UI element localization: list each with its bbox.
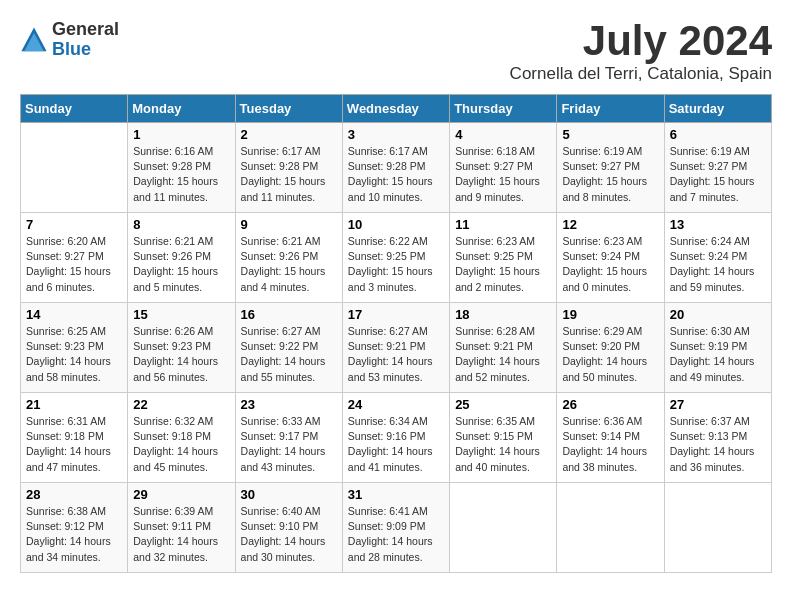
calendar-cell: [557, 483, 664, 573]
day-header-monday: Monday: [128, 95, 235, 123]
calendar-cell: 26Sunrise: 6:36 AM Sunset: 9:14 PM Dayli…: [557, 393, 664, 483]
day-number: 20: [670, 307, 766, 322]
day-number: 10: [348, 217, 444, 232]
days-header-row: SundayMondayTuesdayWednesdayThursdayFrid…: [21, 95, 772, 123]
day-number: 12: [562, 217, 658, 232]
day-number: 1: [133, 127, 229, 142]
month-title: July 2024: [510, 20, 772, 62]
day-header-wednesday: Wednesday: [342, 95, 449, 123]
day-info: Sunrise: 6:19 AM Sunset: 9:27 PM Dayligh…: [562, 144, 658, 205]
day-number: 30: [241, 487, 337, 502]
calendar-cell: 16Sunrise: 6:27 AM Sunset: 9:22 PM Dayli…: [235, 303, 342, 393]
title-area: July 2024 Cornella del Terri, Catalonia,…: [510, 20, 772, 84]
location-title: Cornella del Terri, Catalonia, Spain: [510, 64, 772, 84]
day-number: 28: [26, 487, 122, 502]
day-info: Sunrise: 6:22 AM Sunset: 9:25 PM Dayligh…: [348, 234, 444, 295]
calendar-cell: 13Sunrise: 6:24 AM Sunset: 9:24 PM Dayli…: [664, 213, 771, 303]
day-info: Sunrise: 6:31 AM Sunset: 9:18 PM Dayligh…: [26, 414, 122, 475]
day-info: Sunrise: 6:17 AM Sunset: 9:28 PM Dayligh…: [241, 144, 337, 205]
day-number: 4: [455, 127, 551, 142]
day-info: Sunrise: 6:41 AM Sunset: 9:09 PM Dayligh…: [348, 504, 444, 565]
day-header-tuesday: Tuesday: [235, 95, 342, 123]
calendar-cell: 31Sunrise: 6:41 AM Sunset: 9:09 PM Dayli…: [342, 483, 449, 573]
calendar-cell: 22Sunrise: 6:32 AM Sunset: 9:18 PM Dayli…: [128, 393, 235, 483]
day-number: 8: [133, 217, 229, 232]
day-number: 3: [348, 127, 444, 142]
calendar-cell: 7Sunrise: 6:20 AM Sunset: 9:27 PM Daylig…: [21, 213, 128, 303]
logo: General Blue: [20, 20, 119, 60]
calendar-cell: [664, 483, 771, 573]
calendar-cell: 23Sunrise: 6:33 AM Sunset: 9:17 PM Dayli…: [235, 393, 342, 483]
day-number: 26: [562, 397, 658, 412]
calendar-cell: 17Sunrise: 6:27 AM Sunset: 9:21 PM Dayli…: [342, 303, 449, 393]
calendar-cell: 11Sunrise: 6:23 AM Sunset: 9:25 PM Dayli…: [450, 213, 557, 303]
day-number: 15: [133, 307, 229, 322]
day-info: Sunrise: 6:34 AM Sunset: 9:16 PM Dayligh…: [348, 414, 444, 475]
day-info: Sunrise: 6:38 AM Sunset: 9:12 PM Dayligh…: [26, 504, 122, 565]
calendar-cell: 8Sunrise: 6:21 AM Sunset: 9:26 PM Daylig…: [128, 213, 235, 303]
day-info: Sunrise: 6:35 AM Sunset: 9:15 PM Dayligh…: [455, 414, 551, 475]
day-number: 21: [26, 397, 122, 412]
day-number: 25: [455, 397, 551, 412]
day-number: 14: [26, 307, 122, 322]
day-number: 9: [241, 217, 337, 232]
day-number: 5: [562, 127, 658, 142]
calendar-cell: 19Sunrise: 6:29 AM Sunset: 9:20 PM Dayli…: [557, 303, 664, 393]
day-number: 27: [670, 397, 766, 412]
logo-general-text: General: [52, 20, 119, 40]
day-number: 18: [455, 307, 551, 322]
calendar-cell: 1Sunrise: 6:16 AM Sunset: 9:28 PM Daylig…: [128, 123, 235, 213]
calendar-cell: 18Sunrise: 6:28 AM Sunset: 9:21 PM Dayli…: [450, 303, 557, 393]
day-number: 6: [670, 127, 766, 142]
calendar-cell: 30Sunrise: 6:40 AM Sunset: 9:10 PM Dayli…: [235, 483, 342, 573]
day-header-thursday: Thursday: [450, 95, 557, 123]
calendar-table: SundayMondayTuesdayWednesdayThursdayFrid…: [20, 94, 772, 573]
day-number: 31: [348, 487, 444, 502]
day-info: Sunrise: 6:20 AM Sunset: 9:27 PM Dayligh…: [26, 234, 122, 295]
day-number: 24: [348, 397, 444, 412]
day-info: Sunrise: 6:21 AM Sunset: 9:26 PM Dayligh…: [241, 234, 337, 295]
day-info: Sunrise: 6:40 AM Sunset: 9:10 PM Dayligh…: [241, 504, 337, 565]
week-row-2: 7Sunrise: 6:20 AM Sunset: 9:27 PM Daylig…: [21, 213, 772, 303]
day-info: Sunrise: 6:30 AM Sunset: 9:19 PM Dayligh…: [670, 324, 766, 385]
week-row-4: 21Sunrise: 6:31 AM Sunset: 9:18 PM Dayli…: [21, 393, 772, 483]
calendar-cell: 4Sunrise: 6:18 AM Sunset: 9:27 PM Daylig…: [450, 123, 557, 213]
logo-icon: [20, 26, 48, 54]
calendar-cell: 20Sunrise: 6:30 AM Sunset: 9:19 PM Dayli…: [664, 303, 771, 393]
calendar-cell: 25Sunrise: 6:35 AM Sunset: 9:15 PM Dayli…: [450, 393, 557, 483]
day-info: Sunrise: 6:28 AM Sunset: 9:21 PM Dayligh…: [455, 324, 551, 385]
calendar-cell: 10Sunrise: 6:22 AM Sunset: 9:25 PM Dayli…: [342, 213, 449, 303]
calendar-cell: 29Sunrise: 6:39 AM Sunset: 9:11 PM Dayli…: [128, 483, 235, 573]
day-number: 17: [348, 307, 444, 322]
logo-blue-text: Blue: [52, 40, 119, 60]
day-info: Sunrise: 6:29 AM Sunset: 9:20 PM Dayligh…: [562, 324, 658, 385]
day-info: Sunrise: 6:21 AM Sunset: 9:26 PM Dayligh…: [133, 234, 229, 295]
calendar-cell: 6Sunrise: 6:19 AM Sunset: 9:27 PM Daylig…: [664, 123, 771, 213]
calendar-cell: 15Sunrise: 6:26 AM Sunset: 9:23 PM Dayli…: [128, 303, 235, 393]
calendar-cell: 5Sunrise: 6:19 AM Sunset: 9:27 PM Daylig…: [557, 123, 664, 213]
calendar-cell: 2Sunrise: 6:17 AM Sunset: 9:28 PM Daylig…: [235, 123, 342, 213]
day-number: 11: [455, 217, 551, 232]
day-info: Sunrise: 6:23 AM Sunset: 9:25 PM Dayligh…: [455, 234, 551, 295]
day-info: Sunrise: 6:19 AM Sunset: 9:27 PM Dayligh…: [670, 144, 766, 205]
day-header-friday: Friday: [557, 95, 664, 123]
day-info: Sunrise: 6:17 AM Sunset: 9:28 PM Dayligh…: [348, 144, 444, 205]
page-header: General Blue July 2024 Cornella del Terr…: [20, 20, 772, 84]
day-info: Sunrise: 6:25 AM Sunset: 9:23 PM Dayligh…: [26, 324, 122, 385]
day-number: 13: [670, 217, 766, 232]
calendar-cell: 21Sunrise: 6:31 AM Sunset: 9:18 PM Dayli…: [21, 393, 128, 483]
calendar-cell: 14Sunrise: 6:25 AM Sunset: 9:23 PM Dayli…: [21, 303, 128, 393]
day-number: 23: [241, 397, 337, 412]
day-number: 2: [241, 127, 337, 142]
calendar-cell: 9Sunrise: 6:21 AM Sunset: 9:26 PM Daylig…: [235, 213, 342, 303]
day-info: Sunrise: 6:27 AM Sunset: 9:21 PM Dayligh…: [348, 324, 444, 385]
day-number: 22: [133, 397, 229, 412]
day-info: Sunrise: 6:36 AM Sunset: 9:14 PM Dayligh…: [562, 414, 658, 475]
day-info: Sunrise: 6:24 AM Sunset: 9:24 PM Dayligh…: [670, 234, 766, 295]
day-info: Sunrise: 6:27 AM Sunset: 9:22 PM Dayligh…: [241, 324, 337, 385]
day-info: Sunrise: 6:26 AM Sunset: 9:23 PM Dayligh…: [133, 324, 229, 385]
day-number: 7: [26, 217, 122, 232]
calendar-cell: 28Sunrise: 6:38 AM Sunset: 9:12 PM Dayli…: [21, 483, 128, 573]
week-row-1: 1Sunrise: 6:16 AM Sunset: 9:28 PM Daylig…: [21, 123, 772, 213]
day-number: 19: [562, 307, 658, 322]
